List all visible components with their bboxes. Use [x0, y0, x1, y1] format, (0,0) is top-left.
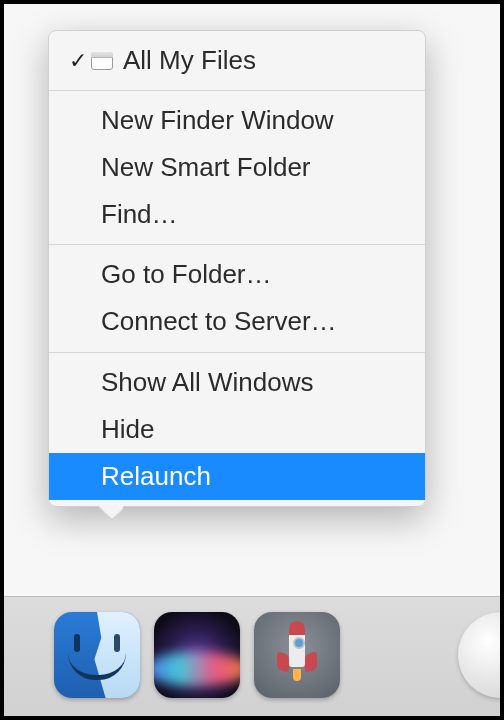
menu-item-label: All My Files: [123, 43, 256, 78]
dock-app-partial[interactable]: [458, 612, 504, 698]
dock: [4, 596, 500, 716]
menu-item-label: Go to Folder…: [101, 257, 272, 292]
menu-item-label: Find…: [101, 197, 178, 232]
menu-item-label: Connect to Server…: [101, 304, 337, 339]
menu-item-hide[interactable]: Hide: [49, 406, 425, 453]
menu-separator: [49, 90, 425, 91]
menu-item-new-smart-folder[interactable]: New Smart Folder: [49, 144, 425, 191]
menu-item-connect-to-server[interactable]: Connect to Server…: [49, 298, 425, 345]
menu-item-label: Hide: [101, 412, 154, 447]
rocket-icon: [275, 623, 319, 687]
menu-item-new-finder-window[interactable]: New Finder Window: [49, 97, 425, 144]
menu-item-all-my-files[interactable]: ✓ All My Files: [49, 37, 425, 84]
checkmark-icon: ✓: [65, 46, 91, 76]
menu-item-find[interactable]: Find…: [49, 191, 425, 238]
dock-app-launchpad[interactable]: [254, 612, 340, 698]
menu-item-label: New Smart Folder: [101, 150, 311, 185]
menu-item-label: New Finder Window: [101, 103, 334, 138]
dock-app-siri[interactable]: [154, 612, 240, 698]
menu-item-label: Relaunch: [101, 459, 211, 494]
menu-item-show-all-windows[interactable]: Show All Windows: [49, 359, 425, 406]
window-icon: [91, 52, 113, 70]
dock-app-finder[interactable]: [54, 612, 140, 698]
menu-item-relaunch[interactable]: Relaunch: [49, 453, 425, 500]
menu-separator: [49, 244, 425, 245]
menu-item-go-to-folder[interactable]: Go to Folder…: [49, 251, 425, 298]
menu-item-label: Show All Windows: [101, 365, 313, 400]
menu-pointer-arrow-icon: [99, 506, 123, 518]
menu-separator: [49, 352, 425, 353]
finder-dock-context-menu: ✓ All My Files New Finder Window New Sma…: [48, 30, 426, 507]
